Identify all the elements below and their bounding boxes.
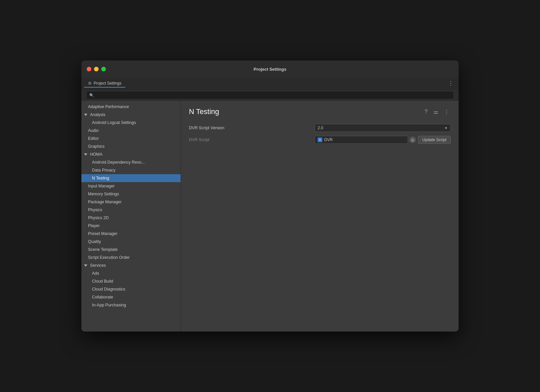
sidebar-item-n-testing[interactable]: N Testing [81, 174, 181, 182]
sidebar-item-services[interactable]: Services [81, 261, 181, 269]
sidebar-item-physics[interactable]: Physics [81, 206, 181, 214]
search-input[interactable] [96, 93, 451, 98]
sidebar-item-adaptive-performance[interactable]: Adaptive Performance [81, 103, 181, 111]
sidebar-item-physics-2d[interactable]: Physics 2D [81, 214, 181, 222]
sidebar-item-quality[interactable]: Quality [81, 238, 181, 246]
search-icon: 🔍 [89, 93, 94, 98]
dvr-script-version-dropdown[interactable]: 2.0 ▼ [315, 124, 451, 132]
sidebar-item-audio[interactable]: Audio [81, 127, 181, 135]
sidebar-item-memory-settings[interactable]: Memory Settings [81, 190, 181, 198]
search-bar: 🔍 [81, 90, 459, 101]
dropdown-arrow: ▼ [444, 126, 448, 130]
sidebar-item-android-dependency[interactable]: Android Dependency Reso... [81, 158, 181, 166]
sidebar-item-script-execution-order[interactable]: Script Execution Order [81, 254, 181, 261]
sidebar-item-package-manager[interactable]: Package Manager [81, 198, 181, 206]
dvr-script-version-control: 2.0 ▼ [315, 124, 451, 132]
sidebar-item-scene-template[interactable]: Scene Template [81, 246, 181, 254]
sidebar-item-preset-manager[interactable]: Preset Manager [81, 230, 181, 238]
tab-menu-button[interactable]: ⋮ [445, 79, 456, 88]
sidebar-item-in-app-purchasing[interactable]: In-App Purchasing [81, 301, 181, 309]
homa-triangle [84, 153, 87, 156]
dvr-name-box: DVR [315, 136, 408, 144]
dvr-script-version-label: DVR Script Version [189, 126, 315, 130]
sidebar-item-collaborate[interactable]: Collaborate [81, 293, 181, 301]
sidebar-item-editor[interactable]: Editor [81, 135, 181, 142]
tab-bar: ⚙ Project Settings ⋮ [81, 78, 459, 90]
dvr-script-control: DVR ◎ Update Script [315, 136, 451, 144]
dvr-field: DVR ◎ [315, 136, 416, 144]
sidebar-item-graphics[interactable]: Graphics [81, 142, 181, 150]
sidebar-item-cloud-diagnostics[interactable]: Cloud Diagnostics [81, 285, 181, 293]
traffic-lights [87, 67, 106, 71]
close-button[interactable] [87, 67, 91, 71]
sidebar: Adaptive Performance Analysis Android Lo… [81, 101, 181, 332]
update-script-button[interactable]: Update Script [418, 136, 451, 144]
sidebar-item-ads[interactable]: Ads [81, 269, 181, 277]
dvr-script-version-value: 2.0 [318, 126, 323, 130]
tab-label: Project Settings [94, 81, 121, 86]
window-title: Project Settings [254, 67, 287, 72]
content-header: N Testing ? ⚌ ⋮ [189, 107, 451, 116]
dvr-script-version-row: DVR Script Version 2.0 ▼ [189, 124, 451, 132]
content-header-icons: ? ⚌ ⋮ [423, 108, 451, 116]
sidebar-item-player[interactable]: Player [81, 222, 181, 230]
sidebar-item-data-privacy[interactable]: Data Privacy [81, 166, 181, 174]
sidebar-item-homa[interactable]: HOMA [81, 150, 181, 158]
services-triangle [84, 264, 87, 267]
content-title: N Testing [189, 107, 423, 116]
title-bar: Project Settings [81, 60, 459, 78]
search-input-wrap: 🔍 [87, 92, 453, 99]
gear-icon: ⚙ [88, 81, 92, 86]
maximize-button[interactable] [101, 67, 106, 71]
svg-rect-0 [319, 138, 321, 141]
window: Project Settings ⚙ Project Settings ⋮ 🔍 … [81, 60, 459, 332]
sidebar-item-input-manager[interactable]: Input Manager [81, 182, 181, 190]
minimize-button[interactable] [94, 67, 99, 71]
dvr-target-button[interactable]: ◎ [409, 137, 416, 143]
analysis-triangle [84, 114, 87, 116]
dvr-script-row: DVR Script DVR ◎ Update Script [189, 136, 451, 144]
dvr-script-file-icon [318, 137, 322, 142]
content-panel: N Testing ? ⚌ ⋮ DVR Script Version 2.0 ▼ [181, 101, 459, 332]
sidebar-item-cloud-build[interactable]: Cloud Build [81, 277, 181, 285]
sidebar-item-analysis[interactable]: Analysis [81, 111, 181, 119]
sliders-icon[interactable]: ⚌ [432, 108, 439, 116]
dvr-script-label: DVR Script [189, 137, 315, 142]
help-icon[interactable]: ? [423, 108, 429, 115]
options-menu-icon[interactable]: ⋮ [443, 108, 451, 116]
main-content: Adaptive Performance Analysis Android Lo… [81, 101, 459, 332]
dvr-name-label: DVR [324, 137, 333, 142]
sidebar-item-android-logcat[interactable]: Android Logcat Settings [81, 119, 181, 127]
project-settings-tab[interactable]: ⚙ Project Settings [84, 80, 125, 88]
